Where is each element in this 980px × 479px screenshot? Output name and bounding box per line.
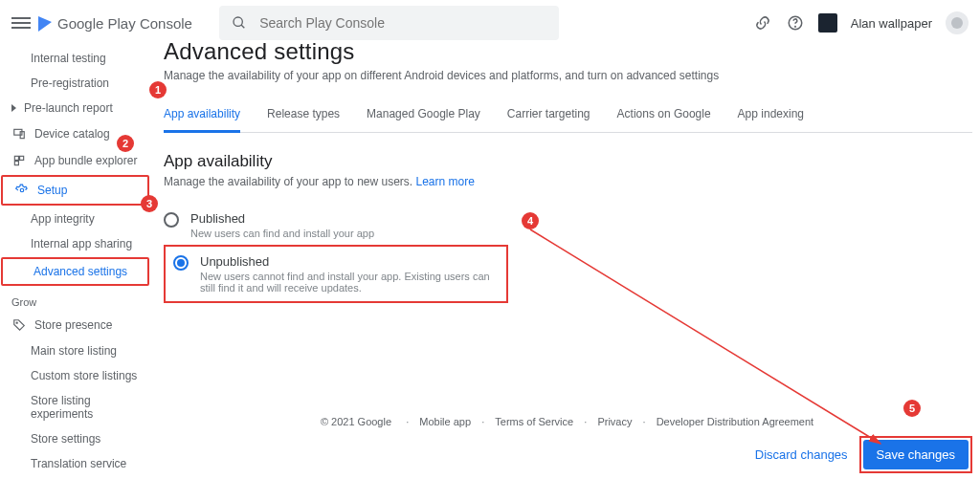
sidebar-section-grow: Grow [0, 287, 153, 312]
footer-link-dda[interactable]: Developer Distribution Agreement [657, 416, 813, 427]
svg-rect-7 [20, 156, 24, 160]
annotation-marker-3: 3 [141, 195, 158, 212]
sidebar-item-pre-registration[interactable]: Pre-registration [0, 71, 153, 96]
section-subtitle: Manage the availability of your app to n… [164, 175, 980, 188]
sidebar-item-app-integrity[interactable]: App integrity [0, 207, 153, 231]
tab-actions-on-google[interactable]: Actions on Google [617, 98, 711, 132]
radio-icon[interactable] [164, 212, 179, 228]
link-icon[interactable] [753, 13, 772, 33]
bundle-icon [11, 153, 27, 168]
sidebar-item-custom-store-listings[interactable]: Custom store listings [0, 363, 153, 388]
option-published[interactable]: Published New users can find and install… [164, 206, 980, 245]
radio-checked-icon[interactable] [173, 255, 189, 271]
save-button[interactable]: Save changes [863, 440, 969, 469]
annotation-marker-4: 4 [522, 212, 539, 229]
tab-app-indexing[interactable]: App indexing [738, 98, 804, 132]
tab-managed-google-play[interactable]: Managed Google Play [367, 98, 480, 132]
option-unpublished-label: Unpublished [200, 254, 499, 269]
discard-button[interactable]: Discard changes [755, 447, 848, 462]
help-icon[interactable] [786, 13, 805, 33]
sidebar-item-translation-service[interactable]: Translation service [0, 451, 153, 476]
brand-label: Google Play Console [57, 15, 192, 32]
save-highlight-box: Save changes [859, 436, 972, 473]
brand[interactable]: Google Play Console [38, 15, 192, 32]
tag-icon [11, 317, 27, 333]
app-thumb-icon[interactable] [818, 13, 837, 33]
sidebar-item-internal-testing[interactable]: Internal testing [0, 46, 153, 71]
footer-copyright: © 2021 Google [321, 416, 391, 427]
footer-link-tos[interactable]: Terms of Service [495, 416, 573, 427]
svg-line-1 [241, 25, 244, 28]
page-title: Advanced settings [164, 38, 980, 65]
svg-point-0 [234, 17, 242, 26]
devices-icon [11, 126, 27, 142]
page-subtitle: Manage the availability of your app on d… [164, 69, 980, 82]
sidebar-item-store-presence[interactable]: Store presence [0, 312, 153, 338]
option-published-label: Published [190, 211, 374, 226]
tabs: App availability Release types Managed G… [164, 98, 972, 133]
footer-link-privacy[interactable]: Privacy [597, 416, 632, 427]
sidebar-item-advanced-settings[interactable]: Advanced settings [1, 257, 149, 286]
search-icon [231, 13, 248, 33]
svg-rect-6 [14, 156, 18, 160]
sidebar: Internal testing Pre-registration Pre-la… [0, 46, 153, 479]
app-name-label: Alan wallpaper [851, 16, 932, 31]
annotation-marker-5: 5 [903, 400, 921, 417]
svg-point-10 [16, 322, 17, 323]
sidebar-item-setup[interactable]: Setup [1, 175, 149, 206]
learn-more-link[interactable]: Learn more [415, 175, 474, 188]
tab-app-availability[interactable]: App availability [164, 98, 240, 133]
svg-point-9 [20, 188, 24, 192]
action-bar: Discard changes Save changes [755, 436, 972, 473]
tab-carrier-targeting[interactable]: Carrier targeting [507, 98, 590, 132]
option-unpublished[interactable]: Unpublished New users cannot find and in… [173, 252, 499, 295]
play-logo-icon [38, 14, 52, 32]
search-input[interactable] [257, 14, 547, 32]
main-content: Advanced settings Manage the availabilit… [158, 31, 980, 303]
option-published-desc: New users can find and install your app [190, 228, 374, 239]
footer-link-mobile-app[interactable]: Mobile app [419, 416, 471, 427]
sidebar-item-internal-app-sharing[interactable]: Internal app sharing [0, 231, 153, 256]
chevron-right-icon [11, 104, 16, 112]
sidebar-item-main-store-listing[interactable]: Main store listing [0, 338, 153, 363]
section-title: App availability [164, 152, 980, 171]
sidebar-item-pre-launch-report[interactable]: Pre-launch report [0, 96, 153, 120]
annotation-marker-2: 2 [117, 135, 134, 152]
tab-release-types[interactable]: Release types [267, 98, 340, 132]
menu-icon[interactable] [11, 13, 31, 33]
sidebar-item-app-bundle-explorer[interactable]: App bundle explorer [0, 147, 153, 174]
annotation-marker-1: 1 [149, 81, 167, 98]
svg-rect-8 [14, 162, 18, 165]
footer: © 2021 Google Mobile app Terms of Servic… [158, 416, 980, 427]
option-unpublished-desc: New users cannot find and install your a… [200, 271, 499, 294]
sidebar-item-store-settings[interactable]: Store settings [0, 426, 153, 451]
unpublished-highlight-box: Unpublished New users cannot find and in… [164, 245, 508, 303]
sidebar-item-store-listing-experiments[interactable]: Store listing experiments [0, 388, 153, 426]
gear-icon [14, 183, 30, 198]
svg-point-3 [794, 26, 795, 27]
